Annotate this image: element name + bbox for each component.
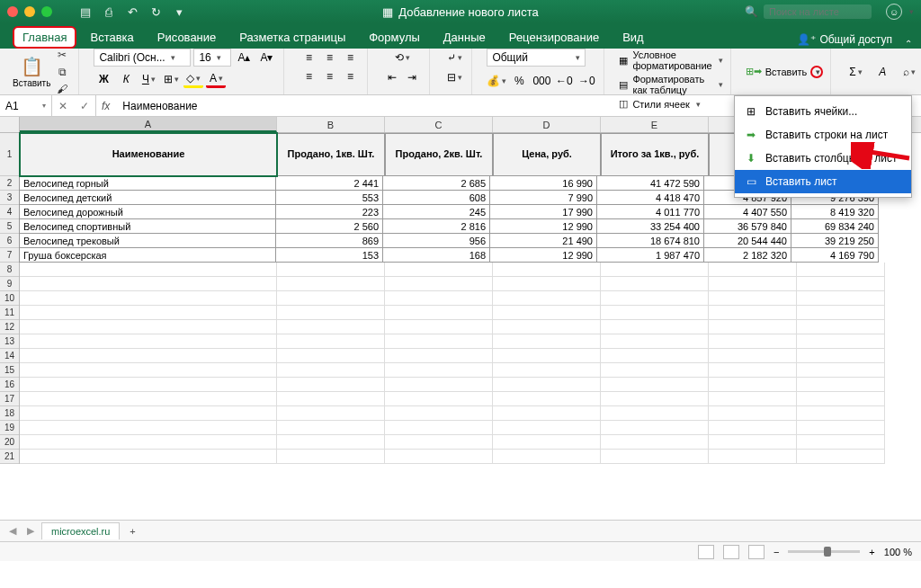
align-middle-icon[interactable]: ≡ [319,49,339,67]
cell[interactable] [601,378,709,392]
cell[interactable] [709,349,797,363]
cell[interactable] [797,291,885,306]
cell[interactable] [797,277,885,291]
cell[interactable]: Груша боксерская [19,247,276,263]
cell[interactable] [277,349,385,363]
customize-icon[interactable]: ▾ [173,5,185,18]
cell[interactable]: 869 [275,233,383,248]
cell[interactable] [277,406,385,421]
tab-data[interactable]: Данные [434,26,496,49]
select-all-corner[interactable] [0,117,20,133]
cell[interactable]: Велосипед трековый [19,233,276,248]
row-header[interactable]: 5 [0,219,19,234]
cell[interactable] [601,320,709,334]
cell[interactable]: 8 419 320 [791,204,879,219]
cell[interactable] [493,291,601,306]
insert-sheet-item[interactable]: ▭Вставить лист [735,170,911,193]
cell-styles-button[interactable]: ◫Стили ячеек▾ [619,97,700,111]
indent-increase-icon[interactable]: ⇥ [402,68,422,86]
tab-draw[interactable]: Рисование [148,26,226,49]
number-format-select[interactable]: Общий▾ [487,49,586,67]
col-header-e[interactable]: E [601,117,709,132]
search-input[interactable] [764,4,872,19]
cell[interactable] [493,334,601,349]
row-header[interactable]: 2 [0,176,19,191]
cell[interactable]: 17 990 [489,204,597,219]
align-top-icon[interactable]: ≡ [299,49,318,67]
cell[interactable] [385,421,493,435]
col-header-b[interactable]: B [277,117,385,132]
cell[interactable] [20,378,277,392]
paste-button[interactable]: 📋 Вставить [13,56,50,88]
zoom-out-icon[interactable]: − [773,547,779,557]
cell[interactable] [385,406,493,421]
border-button[interactable]: ⊞▾ [161,70,181,88]
cell[interactable]: 4 418 470 [596,190,704,205]
cell[interactable] [601,334,709,349]
row-header[interactable]: 21 [0,450,19,464]
fill-color-button[interactable]: ◇▾ [183,70,203,88]
tab-insert[interactable]: Вставка [80,26,143,49]
row-header[interactable]: 16 [0,378,19,392]
cell[interactable] [385,291,493,306]
zoom-level[interactable]: 100 % [884,547,912,557]
cell[interactable] [601,435,709,450]
zoom-slider[interactable] [788,550,860,553]
align-center-icon[interactable]: ≡ [319,67,339,85]
align-left-icon[interactable]: ≡ [299,67,318,85]
cell[interactable]: 2 816 [382,218,490,234]
cell[interactable] [797,450,885,464]
row-header[interactable]: 11 [0,306,19,320]
close-window-button[interactable] [7,6,18,17]
cell[interactable]: 21 490 [489,233,597,248]
cell[interactable] [277,263,385,277]
sort-filter-icon[interactable]: А [872,63,892,81]
cell[interactable] [277,291,385,306]
cell[interactable] [709,435,797,450]
cell[interactable] [601,392,709,406]
cell[interactable] [385,306,493,320]
tab-review[interactable]: Рецензирование [499,26,609,49]
cell[interactable] [493,277,601,291]
decrease-decimal-icon[interactable]: →0 [577,72,596,90]
merge-cells-icon[interactable]: ⊟▾ [444,68,464,86]
cell[interactable] [493,450,601,464]
cell[interactable] [20,421,277,435]
cell[interactable] [493,363,601,378]
cell[interactable] [277,334,385,349]
cell[interactable]: Наименование [20,133,277,176]
cell[interactable]: Велосипед горный [19,175,276,191]
cell[interactable] [601,450,709,464]
cell[interactable] [797,320,885,334]
cell[interactable] [601,406,709,421]
cell[interactable] [493,392,601,406]
cell[interactable]: 1 987 470 [596,247,704,263]
italic-button[interactable]: К [116,70,136,88]
font-size-select[interactable]: 16▾ [193,49,231,67]
cell[interactable] [20,320,277,334]
cell[interactable] [20,435,277,450]
cell[interactable] [493,378,601,392]
tab-formulas[interactable]: Формулы [359,26,430,49]
cell[interactable] [277,392,385,406]
format-painter-icon[interactable]: 🖌 [53,82,71,96]
row-header[interactable]: 1 [0,133,19,176]
cell[interactable] [709,392,797,406]
cell[interactable]: Итого за 1кв., руб. [601,133,709,176]
cell[interactable] [493,263,601,277]
cell[interactable] [385,320,493,334]
cell[interactable]: 553 [275,190,383,205]
cell[interactable] [797,334,885,349]
view-layout-icon[interactable] [723,545,739,559]
minimize-window-button[interactable] [24,6,35,17]
cell[interactable]: Велосипед детский [19,190,276,205]
maximize-window-button[interactable] [41,6,52,17]
cell[interactable] [385,392,493,406]
copy-icon[interactable]: ⧉ [53,65,71,79]
add-sheet-button[interactable]: + [123,522,141,540]
cell[interactable]: 2 685 [382,175,490,191]
cell[interactable] [709,363,797,378]
cell[interactable]: 20 544 440 [703,233,791,248]
cell[interactable] [493,349,601,363]
cell[interactable]: 4 169 790 [791,247,879,263]
